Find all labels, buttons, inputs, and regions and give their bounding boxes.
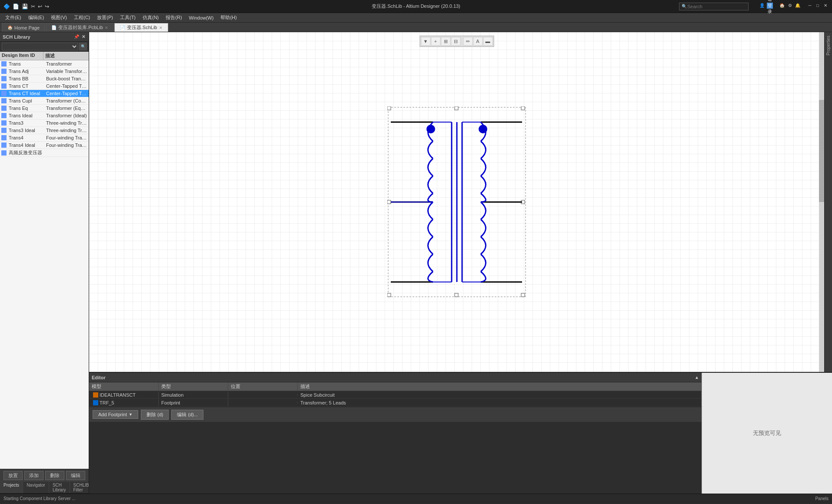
- add-btn[interactable]: 添加: [24, 471, 43, 480]
- scrollbar-thumb[interactable]: [819, 100, 824, 202]
- library-row[interactable]: Trans EqTransformer (Equivalent: [0, 105, 89, 112]
- tab-projects[interactable]: Projects: [0, 482, 23, 493]
- toolbar-icon-4[interactable]: ↩: [38, 3, 42, 10]
- notification-icon[interactable]: 🔔: [795, 3, 801, 9]
- canvas-area[interactable]: ▼ + ⊞ ⊟ ✏ A ▬: [89, 32, 824, 372]
- menu-file[interactable]: 文件(E): [2, 13, 25, 22]
- menu-view[interactable]: 视图(V): [47, 13, 70, 22]
- edit-model-btn[interactable]: 编辑 (d)...: [171, 410, 203, 420]
- library-row[interactable]: Trans IdealTransformer (Ideal): [0, 112, 89, 119]
- maximize-btn[interactable]: □: [815, 3, 821, 9]
- menu-project[interactable]: 工程(C): [70, 13, 93, 22]
- tab-home[interactable]: 🏠 Home Page: [2, 23, 45, 32]
- lib-item-icon: [1, 69, 7, 74]
- menu-place[interactable]: 放置(P): [93, 13, 116, 22]
- search-mini-btn[interactable]: 🔍: [79, 43, 87, 50]
- properties-label[interactable]: Properties: [825, 34, 832, 57]
- canvas-grid-btn[interactable]: ⊞: [441, 37, 450, 46]
- minimize-btn[interactable]: ─: [807, 3, 813, 9]
- canvas-edit-btn[interactable]: ✏: [463, 37, 473, 46]
- canvas-add-btn[interactable]: +: [431, 37, 440, 46]
- canvas-text-btn[interactable]: A: [473, 37, 483, 46]
- editor-split: Editor ▲ 模型 类型 位置 描述 IDEALTRANSCTSimulat…: [89, 373, 832, 494]
- toolbar-icon-2[interactable]: 💾: [22, 3, 28, 10]
- col-position: 位置: [228, 382, 298, 391]
- tab-navigator[interactable]: Navigator: [23, 482, 49, 493]
- status-bar: Starting Component Library Server ... Pa…: [0, 494, 832, 503]
- account-icon[interactable]: 👤: [759, 3, 765, 9]
- canvas-scrollbar[interactable]: [819, 32, 824, 372]
- library-rows-container: TransTransformerTrans AdjVariable Transf…: [0, 60, 89, 157]
- lib-item-id: Trans CT: [8, 83, 45, 89]
- search-input[interactable]: [687, 4, 744, 9]
- settings-icon[interactable]: ⚙: [787, 3, 793, 9]
- library-row[interactable]: Trans4 IdealFour-winding Transfor: [0, 142, 89, 149]
- panels-label[interactable]: Panels: [815, 496, 829, 501]
- delete-btn[interactable]: 删除: [45, 471, 64, 480]
- editor-row[interactable]: IDEALTRANSCTSimulationSpice Subcircuit: [89, 391, 702, 399]
- editor-expand-btn[interactable]: ▲: [695, 375, 699, 380]
- home-icon[interactable]: 🏠: [779, 3, 785, 9]
- editor-row[interactable]: TRF_5FootprintTransformer; 5 Leads: [89, 399, 702, 407]
- library-row[interactable]: Trans3 IdealThree-winding Transfor: [0, 127, 89, 134]
- menu-edit[interactable]: 编辑(E): [25, 13, 48, 22]
- editor-left: Editor ▲ 模型 类型 位置 描述 IDEALTRANSCTSimulat…: [89, 373, 702, 494]
- toolbar-icon-3[interactable]: ✂: [31, 3, 35, 10]
- tab-home-label: Home Page: [14, 25, 40, 30]
- content-split: ▼ + ⊞ ⊟ ✏ A ▬: [89, 32, 832, 372]
- edit-btn[interactable]: 编辑: [66, 471, 85, 480]
- library-row[interactable]: Trans3Three-winding Transfor: [0, 119, 89, 127]
- lib-item-desc: Four-winding Transfor: [45, 142, 89, 148]
- schlib-tab-close[interactable]: ✕: [159, 26, 163, 30]
- tab-schlib[interactable]: 📄 变压器.SchLib ✕: [114, 23, 168, 32]
- library-row[interactable]: TransTransformer: [0, 60, 89, 68]
- header-pin-btn[interactable]: 📌: [73, 34, 80, 39]
- left-panel-toolbar: 🔍: [0, 42, 89, 52]
- header-close-btn[interactable]: ✕: [81, 34, 86, 39]
- menu-simulate[interactable]: 仿真(N): [139, 13, 162, 22]
- editor-header: Editor ▲: [89, 373, 702, 382]
- sch-library-title: SCH Library: [3, 34, 30, 40]
- tab-pcblib[interactable]: 📄 变压器封装库.PcbLib ✕: [46, 23, 114, 32]
- tab-schlib-label: 变压器.SchLib: [127, 24, 157, 31]
- pcblib-tab-close[interactable]: ✕: [105, 26, 108, 30]
- editor-table-header: 模型 类型 位置 描述: [89, 382, 702, 391]
- tab-sch-library[interactable]: SCH Library: [49, 482, 70, 493]
- col-desc-header: 描述: [43, 52, 89, 60]
- toolbar-icon-5[interactable]: ↪: [45, 3, 49, 10]
- lib-item-id: Trans: [8, 61, 45, 67]
- lib-item-icon: [1, 61, 7, 66]
- svg-rect-7: [455, 293, 458, 297]
- canvas-line-btn[interactable]: ▬: [483, 37, 493, 46]
- library-row[interactable]: Trans BBBuck-boost Transformer: [0, 75, 89, 83]
- delete-model-btn[interactable]: 删除 (d): [141, 410, 169, 420]
- editor-row-desc: Spice Subcircuit: [298, 391, 702, 398]
- menu-help[interactable]: 帮助(H): [217, 13, 240, 22]
- library-row[interactable]: Trans CT IdealCenter-Tapped Transfor: [0, 90, 89, 97]
- connect-btn[interactable]: 请登录: [767, 3, 773, 9]
- filter-dropdown[interactable]: [2, 43, 78, 50]
- menu-window[interactable]: Window(W): [186, 14, 217, 21]
- lib-item-icon: [1, 91, 7, 96]
- editor-title: Editor: [92, 375, 106, 380]
- col-model: 模型: [89, 382, 159, 391]
- menu-tools[interactable]: 工具(T): [116, 13, 139, 22]
- close-btn[interactable]: ✕: [822, 3, 829, 9]
- library-row[interactable]: Trans AdjVariable Transformer: [0, 68, 89, 75]
- library-row[interactable]: Trans CuplTransformer (Coupled In: [0, 97, 89, 105]
- place-btn[interactable]: 放置: [3, 471, 23, 480]
- lib-item-id: Trans CT Ideal: [8, 90, 45, 96]
- lib-item-desc: Variable Transformer: [45, 68, 89, 74]
- toolbar-icon-1[interactable]: 📄: [13, 3, 19, 10]
- library-row[interactable]: Trans4Four-winding Transfor: [0, 134, 89, 142]
- library-row[interactable]: 高频反激变压器: [0, 149, 89, 157]
- canvas-minus-btn[interactable]: ⊟: [451, 37, 460, 46]
- lib-item-desc: Buck-boost Transformer: [45, 76, 89, 82]
- library-row[interactable]: Trans CTCenter-Tapped Transfor: [0, 83, 89, 90]
- menu-report[interactable]: 报告(R): [162, 13, 185, 22]
- canvas-filter-btn[interactable]: ▼: [421, 37, 430, 46]
- add-footprint-btn[interactable]: Add Footprint ▼: [93, 410, 138, 419]
- lib-item-icon: [1, 120, 7, 126]
- lib-item-icon: [1, 113, 7, 118]
- editor-row-desc: Transformer; 5 Leads: [298, 399, 702, 406]
